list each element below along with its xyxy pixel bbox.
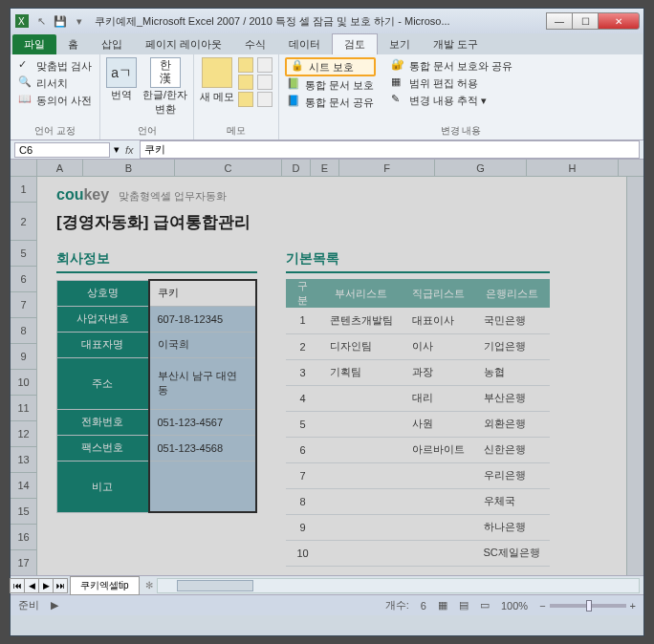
- zoom-slider[interactable]: − +: [539, 600, 636, 612]
- col-header[interactable]: E: [311, 160, 339, 176]
- col-header[interactable]: C: [175, 160, 282, 176]
- list-cell[interactable]: 사원: [403, 411, 474, 437]
- info-value[interactable]: 쿠키: [149, 280, 256, 306]
- comment-showall-icon[interactable]: [257, 75, 272, 90]
- list-cell[interactable]: SC제일은행: [474, 540, 550, 566]
- new-sheet-icon[interactable]: ✻: [145, 580, 153, 590]
- list-cell[interactable]: 과장: [403, 359, 474, 385]
- research-button[interactable]: 🔍리서치: [16, 75, 94, 92]
- comment-ink-icon[interactable]: [257, 92, 272, 107]
- protect-share-button[interactable]: 🔐통합 문서 보호와 공유: [389, 57, 514, 75]
- protect-sheet-button[interactable]: 🔒시트 보호: [285, 57, 376, 76]
- info-value[interactable]: [149, 461, 256, 512]
- view-break-icon[interactable]: ▭: [480, 599, 490, 612]
- row-header[interactable]: 16: [11, 525, 37, 550]
- row-header[interactable]: 9: [11, 344, 37, 370]
- info-value[interactable]: 부산시 남구 대연동: [149, 357, 256, 409]
- list-cell[interactable]: 디자인팀: [320, 333, 403, 359]
- tab-next-icon[interactable]: ▶: [38, 578, 54, 593]
- list-cell[interactable]: 3: [286, 359, 320, 385]
- row-header[interactable]: 11: [11, 396, 37, 421]
- col-header[interactable]: A: [37, 160, 83, 176]
- formula-bar[interactable]: 쿠키: [140, 140, 640, 159]
- list-cell[interactable]: [320, 488, 403, 514]
- list-cell[interactable]: 7: [286, 462, 320, 488]
- list-cell[interactable]: 2: [286, 333, 320, 359]
- translate-button[interactable]: aㄱ번역: [106, 57, 137, 117]
- hscroll-thumb[interactable]: [177, 580, 253, 591]
- tab-page-layout[interactable]: 페이지 레이아웃: [134, 34, 233, 54]
- allow-ranges-button[interactable]: ▦범위 편집 허용: [389, 75, 514, 92]
- name-box[interactable]: C6: [14, 142, 110, 158]
- col-header[interactable]: F: [339, 160, 435, 176]
- tab-file[interactable]: 파일: [12, 34, 56, 54]
- zoom-out-icon[interactable]: −: [539, 600, 545, 612]
- list-cell[interactable]: [403, 540, 474, 566]
- tab-developer[interactable]: 개발 도구: [422, 34, 490, 54]
- list-cell[interactable]: [320, 514, 403, 540]
- zoom-thumb[interactable]: [586, 600, 592, 612]
- share-workbook-button[interactable]: 📘통합 문서 공유: [285, 94, 376, 111]
- list-cell[interactable]: 농협: [474, 359, 550, 385]
- minimize-button[interactable]: —: [546, 12, 573, 30]
- row-header[interactable]: 13: [11, 447, 37, 473]
- hanja-button[interactable]: 한漢한글/한자 변환: [142, 57, 187, 117]
- select-all-corner[interactable]: [11, 160, 37, 176]
- row-header[interactable]: 6: [11, 267, 37, 292]
- list-cell[interactable]: 국민은행: [474, 308, 550, 333]
- row-header[interactable]: 10: [11, 370, 37, 396]
- list-cell[interactable]: [320, 462, 403, 488]
- horizontal-scrollbar[interactable]: [157, 578, 640, 593]
- close-button[interactable]: ✕: [598, 12, 640, 30]
- list-cell[interactable]: 이사: [403, 333, 474, 359]
- row-header[interactable]: 5: [11, 241, 37, 267]
- list-cell[interactable]: [320, 385, 403, 411]
- comment-delete-icon[interactable]: [257, 57, 272, 73]
- list-cell[interactable]: 하나은행: [474, 514, 550, 540]
- list-cell[interactable]: [320, 540, 403, 566]
- fx-icon[interactable]: fx: [120, 144, 140, 156]
- zoom-in-icon[interactable]: +: [630, 600, 636, 612]
- save-icon[interactable]: 💾: [53, 13, 68, 29]
- list-cell[interactable]: 대리: [403, 385, 474, 411]
- row-header[interactable]: 14: [11, 473, 37, 499]
- list-cell[interactable]: 콘텐츠개발팀: [320, 308, 403, 333]
- list-cell[interactable]: 4: [286, 385, 320, 411]
- view-layout-icon[interactable]: ▤: [459, 599, 469, 612]
- list-cell[interactable]: 5: [286, 411, 320, 437]
- list-cell[interactable]: [320, 437, 403, 462]
- spellcheck-button[interactable]: ✓맞춤법 검사: [16, 57, 94, 75]
- row-header[interactable]: 15: [11, 499, 37, 525]
- tab-formulas[interactable]: 수식: [233, 34, 277, 54]
- row-header[interactable]: 17: [11, 550, 37, 575]
- list-cell[interactable]: 9: [286, 514, 320, 540]
- comment-prev-icon[interactable]: [238, 57, 253, 73]
- col-header[interactable]: G: [435, 160, 527, 176]
- comment-show-icon[interactable]: [238, 92, 253, 107]
- info-value[interactable]: 051-123-4568: [149, 435, 256, 461]
- info-value[interactable]: 051-123-4567: [149, 409, 256, 435]
- col-header[interactable]: H: [527, 160, 619, 176]
- list-cell[interactable]: 1: [286, 308, 320, 333]
- row-header[interactable]: 2: [11, 203, 37, 241]
- sheet-tab[interactable]: 쿠키엑셀tip: [70, 576, 140, 595]
- list-cell[interactable]: [403, 488, 474, 514]
- cell-grid[interactable]: coukey 맞춤형엑셀 업무자동화 [경영자동화] 급여통합관리 회사정보 상…: [37, 177, 626, 575]
- track-changes-button[interactable]: ✎변경 내용 추적 ▾: [389, 92, 514, 109]
- list-cell[interactable]: 우체국: [474, 488, 550, 514]
- row-header[interactable]: 8: [11, 318, 37, 344]
- thesaurus-button[interactable]: 📖동의어 사전: [16, 92, 94, 109]
- info-value[interactable]: 이국희: [149, 332, 256, 357]
- col-header[interactable]: D: [282, 160, 311, 176]
- list-cell[interactable]: 8: [286, 488, 320, 514]
- row-header[interactable]: 12: [11, 421, 37, 447]
- list-cell[interactable]: 6: [286, 437, 320, 462]
- tab-data[interactable]: 데이터: [277, 34, 332, 54]
- qat-dropdown-icon[interactable]: ▾: [72, 13, 87, 29]
- list-cell[interactable]: 외환은행: [474, 411, 550, 437]
- maximize-button[interactable]: ☐: [572, 12, 599, 30]
- comment-next-icon[interactable]: [238, 75, 253, 90]
- col-header[interactable]: B: [83, 160, 175, 176]
- select-icon[interactable]: ↖: [33, 13, 49, 29]
- list-cell[interactable]: 신한은행: [474, 437, 550, 462]
